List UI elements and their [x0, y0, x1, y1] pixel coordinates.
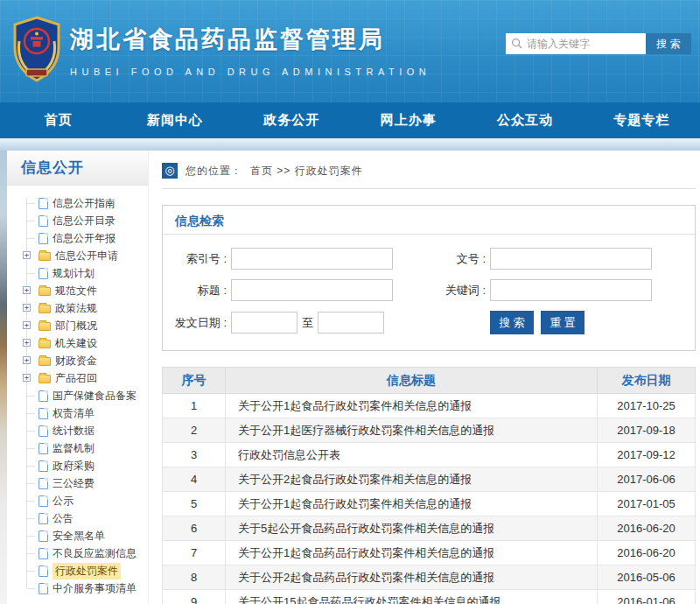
row-title-link[interactable]: 关于公开1起医疗器械行政处罚案件相关信息的通报 [226, 418, 598, 443]
sidebar-item[interactable]: 不良反应监测信息 [14, 544, 146, 562]
folder-icon [38, 322, 51, 331]
nav-item-1[interactable]: 首页 [0, 102, 116, 138]
row-title-link[interactable]: 关于公开2起食品药品行政处罚案件相关信息的通报 [226, 565, 598, 590]
sidebar-item[interactable]: 安全黑名单 [14, 527, 146, 544]
row-number: 2 [163, 418, 226, 443]
document-icon [38, 233, 48, 244]
sidebar-item[interactable]: +机关建设 [14, 334, 146, 352]
row-date: 2017-06-06 [598, 467, 696, 492]
sidebar-item-label: 不良反应监测信息 [52, 546, 136, 561]
page: 湖北省食品药品监督管理局 HUBEI FOOD AND DRUG ADMINIS… [0, 0, 700, 604]
sidebar-item-label: 政府采购 [52, 459, 94, 474]
doc-no-label: 文号 : [429, 251, 490, 267]
doc-no-input[interactable] [490, 248, 652, 270]
table-row: 8关于公开2起食品药品行政处罚案件相关信息的通报2016-05-06 [163, 565, 696, 590]
sidebar-item-label: 统计数据 [52, 424, 94, 439]
document-icon [38, 390, 48, 402]
sidebar-item[interactable]: 信息公开年报 [14, 229, 146, 247]
table-row: 7关于公开1起食品药品行政处罚案件相关信息的通报2016-06-20 [163, 541, 696, 565]
keyword-search-input[interactable] [506, 33, 646, 54]
expand-icon[interactable]: + [23, 251, 31, 259]
sidebar-item[interactable]: 权责清单 [14, 404, 146, 422]
table-row: 2关于公开1起医疗器械行政处罚案件相关信息的通报2017-09-18 [163, 418, 696, 443]
expand-icon[interactable]: + [23, 339, 31, 347]
sidebar-item[interactable]: +政策法规 [14, 299, 146, 317]
nav-item-5[interactable]: 公众互动 [466, 102, 583, 138]
nav-item-2[interactable]: 新闻中心 [116, 102, 233, 138]
expand-icon[interactable]: + [23, 321, 31, 329]
sidebar-item[interactable]: 中介服务事项清单 [14, 579, 146, 597]
sidebar-item-label: 信息公开年报 [52, 231, 116, 246]
document-icon [38, 198, 48, 209]
tree-connector [27, 501, 35, 502]
panel-header: 信息检索 [163, 206, 695, 235]
row-title-link[interactable]: 行政处罚信息公开表 [226, 443, 598, 467]
table-body: 1关于公开1起食品行政处罚案件相关信息的通报2017-10-252关于公开1起医… [163, 394, 696, 604]
sidebar-item[interactable]: 公示 [14, 492, 146, 509]
sidebar-item[interactable]: +信息公开申请 [14, 247, 146, 264]
folder-icon [38, 305, 51, 313]
row-title-link[interactable]: 关于公开1起食品行政处罚案件相关信息的通报 [226, 394, 598, 418]
row-date: 2016-06-20 [598, 516, 696, 541]
tree-connector [27, 221, 35, 221]
index-no-input[interactable] [231, 248, 393, 270]
row-title-link[interactable]: 关于公开1起食品行政处罚案件相关信息的通报 [226, 492, 598, 516]
sidebar-item[interactable]: 政府采购 [14, 457, 146, 474]
title-input[interactable] [231, 279, 393, 301]
sidebar-item[interactable]: 行政处罚案件 [14, 562, 146, 579]
keyword-input[interactable] [490, 279, 652, 301]
reset-button[interactable]: 重置 [541, 311, 584, 334]
nav-item-6[interactable]: 专题专栏 [584, 102, 700, 138]
info-search-panel: 信息检索 索引号 : 文号 : [162, 205, 696, 351]
row-title-link[interactable]: 关于公开15起食品药品行政处罚案件相关信息的通报 [226, 590, 598, 604]
document-icon [38, 460, 48, 472]
nav-item-3[interactable]: 政务公开 [234, 102, 350, 138]
sidebar-item[interactable]: 监督机制 [14, 439, 146, 457]
header-search-button[interactable]: 搜索 [646, 33, 691, 54]
row-date: 2016-01-06 [598, 590, 696, 604]
sidebar-item[interactable]: +部门概况 [14, 317, 146, 334]
sidebar-item-label: 规划计划 [52, 266, 94, 281]
row-title-link[interactable]: 关于公开1起食品药品行政处罚案件相关信息的通报 [226, 541, 598, 565]
folder-icon [38, 252, 51, 261]
sidebar-item[interactable]: 公告 [14, 509, 146, 527]
tree-connector [27, 203, 35, 204]
date-from-input[interactable] [231, 312, 298, 334]
sidebar-item-label: 财政资金 [55, 354, 97, 369]
expand-icon[interactable]: + [23, 304, 31, 312]
expand-icon[interactable]: + [23, 374, 31, 382]
document-icon [38, 565, 48, 577]
sidebar-item-label: 信息公开指南 [52, 196, 116, 211]
sidebar-item[interactable]: 统计数据 [14, 422, 146, 439]
expand-icon[interactable]: + [23, 286, 31, 294]
table-row: 9关于公开15起食品药品行政处罚案件相关信息的通报2016-01-06 [163, 590, 696, 604]
date-to-input[interactable] [318, 312, 384, 334]
sidebar-item[interactable]: 三公经费 [14, 474, 146, 492]
table-row: 4关于公开2起食品行政处罚案件相关信息的通报2017-06-06 [163, 467, 696, 492]
sidebar-item[interactable]: +规范文件 [14, 282, 146, 299]
sidebar-item-label: 行政处罚案件 [52, 563, 121, 579]
row-title-link[interactable]: 关于5起公开食品药品行政处罚案件相关信息的通报 [226, 516, 598, 541]
sidebar-item[interactable]: 国产保健食品备案 [14, 387, 146, 404]
location-icon: ◎ [162, 163, 178, 179]
breadcrumb-path[interactable]: 首页 >> 行政处罚案件 [250, 164, 363, 179]
panel-title: 信息检索 [175, 214, 224, 228]
top-search: 搜索 [506, 33, 691, 54]
sidebar-item[interactable]: +财政资金 [14, 352, 146, 369]
sidebar-item-label: 信息公开申请 [55, 249, 118, 263]
row-number: 3 [163, 443, 226, 467]
row-title-link[interactable]: 关于公开2起食品行政处罚案件相关信息的通报 [226, 467, 598, 492]
nav-item-4[interactable]: 网上办事 [350, 102, 466, 138]
sidebar-item[interactable]: +产品召回 [14, 369, 146, 387]
row-date: 2017-10-25 [598, 394, 696, 418]
sidebar-item-label: 中介服务事项清单 [52, 581, 136, 596]
sidebar-item[interactable]: 信息公开目录 [14, 212, 146, 229]
sidebar-item[interactable]: 规划计划 [14, 264, 146, 282]
column-header: 序号 [163, 368, 226, 394]
sidebar: 信息公开 信息公开指南信息公开目录信息公开年报+信息公开申请规划计划+规范文件+… [7, 151, 149, 604]
results-table: 序号信息标题发布日期 1关于公开1起食品行政处罚案件相关信息的通报2017-10… [162, 367, 696, 604]
expand-icon[interactable]: + [23, 356, 31, 364]
table-row: 3行政处罚信息公开表2017-09-12 [163, 443, 696, 467]
sidebar-item[interactable]: 信息公开指南 [14, 194, 146, 212]
search-button[interactable]: 搜索 [490, 311, 534, 334]
